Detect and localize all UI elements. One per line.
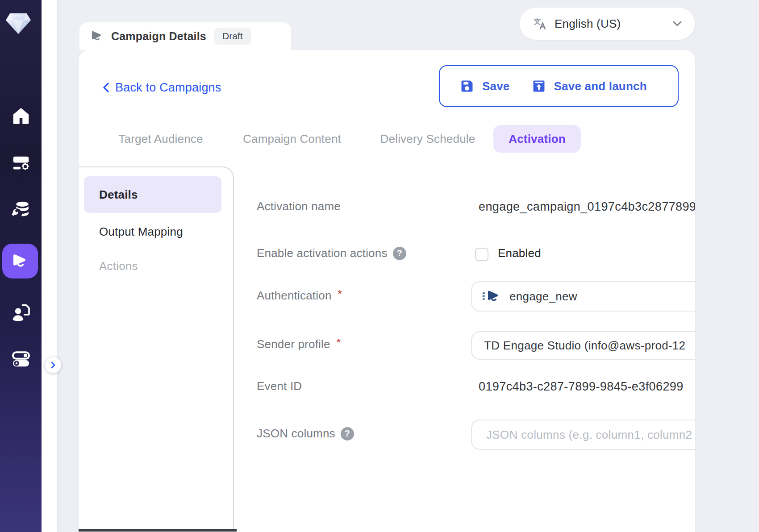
person-document-icon [11,302,31,323]
chevron-down-icon [671,19,683,28]
enabled-checkbox-label: Enabled [498,246,541,260]
save-button[interactable]: Save [459,79,510,94]
required-asterisk: * [338,288,342,300]
home-icon [11,106,31,126]
help-icon[interactable]: ? [393,247,406,260]
page-title: Campaign Details [111,30,206,43]
gem-logo-icon [4,12,32,36]
sidebar-item-data-workbench[interactable] [0,200,42,220]
tab-target-audience[interactable]: Target Audience [112,125,210,153]
subnav-item-details[interactable]: Details [84,176,221,213]
sidebar-item-campaigns-active[interactable] [2,244,38,278]
server-gear-icon [11,153,31,173]
save-button-label: Save [482,79,510,93]
chevron-right-icon [50,361,56,369]
tab-activation[interactable]: Activation [493,125,581,153]
authentication-select[interactable]: engage_new [471,281,695,312]
activation-subnav: Details Output Mapping Actions [79,166,234,532]
sidebar-item-controls[interactable] [0,349,42,370]
enable-activation-actions-label: Enable activation actions ? [257,246,406,260]
required-asterisk: * [337,337,341,349]
launch-box-icon [531,79,546,94]
database-wrench-icon [11,200,31,220]
tab-delivery-schedule[interactable]: Delivery Schedule [377,125,479,153]
save-floppy-icon [459,79,475,94]
translate-icon [532,16,547,31]
app-sidebar [0,0,42,532]
expand-sidebar-button[interactable] [45,357,61,373]
activation-name-label: Activation name [257,200,341,213]
authentication-value: engage_new [509,290,577,303]
status-badge: Draft [214,28,251,45]
toggles-icon [11,349,31,370]
back-to-campaigns-link[interactable]: Back to Campaigns [102,79,221,96]
sender-profile-label: Sender profile* [257,337,341,351]
sender-profile-value: TD Engage Studio (info@aws-prod-12 [484,339,685,353]
enabled-checkbox[interactable] [475,248,488,261]
authentication-label: Authentication* [257,289,342,303]
save-and-launch-button[interactable]: Save and launch [531,79,647,94]
tab-campaign-content[interactable]: Campaign Content [238,125,346,153]
event-id-value: 0197c4b3-c287-7899-9845-e3f06299 [479,380,684,394]
sidebar-item-home[interactable] [0,106,42,126]
collapsed-panel-strip [42,0,57,532]
help-icon[interactable]: ? [341,427,354,441]
campaign-details-window-tab[interactable]: Campaign Details Draft [79,22,291,50]
sidebar-item-integrations[interactable] [0,153,42,173]
megaphone-icon [89,29,104,44]
chevron-left-icon [102,82,110,93]
megaphone-icon [10,251,30,271]
save-and-launch-label: Save and launch [554,79,647,93]
campaign-step-tabs: Target Audience Campaign Content Deliver… [79,125,695,153]
megaphone-icon [482,288,501,305]
save-button-group: Save Save and launch [439,65,679,107]
back-link-label: Back to Campaigns [115,81,221,95]
sidebar-item-profiles[interactable] [0,302,42,323]
language-selector[interactable]: English (US) [519,7,695,40]
campaign-details-card: Back to Campaigns Save Save and launch T… [79,50,695,532]
json-columns-label: JSON columns ? [257,427,354,441]
activation-name-value: engage_campaign_0197c4b3c2877899 [479,200,695,214]
sender-profile-select[interactable]: TD Engage Studio (info@aws-prod-12 [471,331,695,360]
language-label: English (US) [555,17,621,31]
subnav-bottom-divider [79,529,237,532]
subnav-item-actions[interactable]: Actions [84,253,221,279]
json-columns-input[interactable] [471,420,695,450]
subnav-item-output-mapping[interactable]: Output Mapping [84,218,221,245]
event-id-label: Event ID [257,379,302,393]
